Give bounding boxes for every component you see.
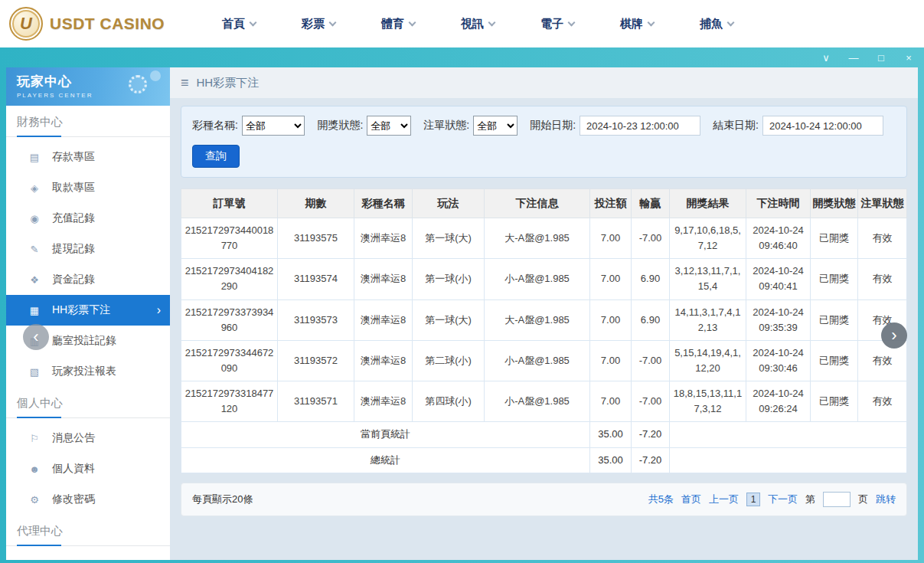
sidebar-item-deposit[interactable]: ▤ 存款專區 bbox=[6, 142, 170, 172]
cell-result: 3,12,13,11,7,1,15,4 bbox=[670, 259, 746, 300]
main-menu: 首頁 彩票 體育 視訊 電子 棋牌 捕魚 bbox=[199, 9, 756, 39]
sidebar-item-label: 取款專區 bbox=[52, 181, 95, 195]
col-bet-time: 下注時間 bbox=[746, 189, 811, 218]
window-maximize-icon[interactable]: □ bbox=[875, 53, 887, 63]
next-page-link[interactable]: 下一页 bbox=[768, 493, 798, 506]
bell-icon: ⚐ bbox=[28, 433, 41, 444]
sidebar-item-label: 消息公告 bbox=[52, 431, 95, 445]
top-navigation: U USDT CASINO 首頁 彩票 體育 視訊 電子 棋牌 捕魚 bbox=[0, 0, 924, 47]
col-win-loss: 輸贏 bbox=[632, 189, 670, 218]
cell-lottery: 澳洲幸运8 bbox=[354, 381, 413, 422]
col-bet-info: 下注信息 bbox=[485, 189, 590, 218]
cell-win-loss: -7.00 bbox=[632, 218, 670, 259]
sidebar-item-change-password[interactable]: ⚙ 修改密碼 bbox=[6, 484, 170, 515]
main-panel: ≡ HH彩票下注 彩種名稱: 全部 開獎狀態: 全部 注單狀態: bbox=[170, 67, 918, 560]
nav-item-lottery[interactable]: 彩票 bbox=[279, 9, 358, 39]
cell-bet-info: 小-A盤@1.985 bbox=[485, 259, 590, 300]
window-minimize-icon[interactable]: — bbox=[847, 53, 860, 63]
cell-amount: 7.00 bbox=[590, 340, 632, 381]
sidebar-item-label: HH彩票下注 bbox=[52, 303, 110, 317]
start-date-input[interactable] bbox=[580, 116, 700, 136]
sidebar-item-label: 廳室投註記錄 bbox=[52, 334, 116, 348]
nav-label: 棋牌 bbox=[620, 17, 643, 31]
nav-item-home[interactable]: 首頁 bbox=[199, 9, 279, 39]
sidebar: 玩家中心 PLAYERS CENTER 財務中心 ▤ 存款專區 ◈ 取款專區 ◉… bbox=[6, 67, 170, 560]
cell-win-loss: -7.00 bbox=[632, 340, 670, 381]
table-header-row: 訂單號 期數 彩種名稱 玩法 下注信息 投注額 輸贏 開獎結果 下注時間 開獎狀… bbox=[181, 189, 907, 218]
cell-bet-info: 大-A盤@1.985 bbox=[485, 300, 590, 340]
sidebar-item-recharge-record[interactable]: ◉ 充值記錄 bbox=[6, 203, 170, 234]
cell-play: 第一球(小) bbox=[413, 259, 485, 300]
window-close-icon[interactable]: × bbox=[903, 53, 915, 63]
lottery-name-select[interactable]: 全部 bbox=[242, 116, 305, 136]
first-page-link[interactable]: 首页 bbox=[681, 493, 701, 506]
cell-bet-info: 小-A盤@1.985 bbox=[485, 340, 590, 381]
page-size-text: 每頁顯示20條 bbox=[192, 493, 253, 506]
order-status-select[interactable]: 全部 bbox=[473, 116, 518, 136]
draw-status-label: 開獎狀態: bbox=[317, 119, 363, 133]
logo-text: USDT CASINO bbox=[50, 15, 165, 33]
sidebar-header: 玩家中心 PLAYERS CENTER bbox=[6, 67, 170, 106]
sidebar-item-funds-record[interactable]: ❖ 資金記錄 bbox=[6, 264, 170, 295]
search-button[interactable]: 查詢 bbox=[192, 145, 240, 168]
cell-result: 14,11,3,1,7,4,12,13 bbox=[670, 300, 746, 340]
sidebar-item-player-bet-report[interactable]: ▧ 玩家投注報表 bbox=[6, 356, 170, 387]
summary-empty bbox=[670, 422, 907, 447]
sidebar-item-withdraw[interactable]: ◈ 取款專區 bbox=[6, 172, 170, 203]
cell-order-no: 2152172973440018770 bbox=[181, 218, 278, 259]
prev-page-link[interactable]: 上一页 bbox=[709, 493, 739, 506]
players-center-subtitle: PLAYERS CENTER bbox=[17, 92, 170, 99]
sidebar-item-announcements[interactable]: ⚐ 消息公告 bbox=[6, 423, 170, 453]
scroll-right-arrow-icon[interactable]: › bbox=[881, 322, 907, 349]
nav-item-slots[interactable]: 電子 bbox=[518, 9, 597, 39]
cell-amount: 7.00 bbox=[590, 300, 632, 340]
summary-win-loss: -7.20 bbox=[632, 447, 670, 473]
cell-result: 5,15,14,19,4,1,12,20 bbox=[670, 340, 746, 381]
cell-period: 31193571 bbox=[278, 381, 354, 422]
nav-item-sports[interactable]: 體育 bbox=[358, 9, 438, 39]
pagination-bar: 每頁顯示20條 共5条 首页 上一页 1 下一页 第 页 跳转 bbox=[181, 483, 907, 516]
menu-icon[interactable]: ≡ bbox=[181, 75, 189, 91]
lottery-bets-icon: ▦ bbox=[28, 305, 41, 316]
cell-period: 31193572 bbox=[278, 340, 354, 381]
col-bet-amount: 投注額 bbox=[590, 189, 632, 218]
cell-period: 31193575 bbox=[278, 218, 354, 259]
usdt-casino-logo[interactable]: U USDT CASINO bbox=[9, 7, 176, 41]
cell-order-status: 有效 bbox=[858, 218, 907, 259]
page-title: HH彩票下注 bbox=[197, 76, 260, 90]
window-collapse-icon[interactable]: ∨ bbox=[820, 53, 832, 63]
nav-item-live[interactable]: 視訊 bbox=[438, 9, 518, 39]
end-date-input[interactable] bbox=[762, 116, 883, 136]
cell-order-no: 2152172973318477120 bbox=[181, 381, 278, 422]
cell-order-no: 2152172973373934960 bbox=[181, 300, 278, 340]
table-row: 2152172973318477120 31193571 澳洲幸运8 第四球(小… bbox=[181, 381, 907, 422]
col-lottery-name: 彩種名稱 bbox=[354, 189, 413, 218]
nav-label: 首頁 bbox=[222, 17, 245, 31]
jump-button[interactable]: 跳转 bbox=[876, 493, 896, 506]
nav-item-fishing[interactable]: 捕魚 bbox=[677, 9, 756, 39]
cell-amount: 7.00 bbox=[590, 381, 632, 422]
start-date-label: 開始日期: bbox=[530, 119, 576, 133]
section-finance-center: 財務中心 bbox=[6, 106, 170, 137]
cell-order-no: 2152172973404182290 bbox=[181, 259, 278, 300]
sidebar-item-profile[interactable]: ☻ 個人資料 bbox=[6, 453, 170, 484]
sidebar-item-withdrawal-record[interactable]: ✎ 提現記錄 bbox=[6, 234, 170, 264]
cell-draw-status: 已開獎 bbox=[811, 300, 858, 340]
col-draw-result: 開獎結果 bbox=[670, 189, 746, 218]
draw-status-select[interactable]: 全部 bbox=[367, 116, 411, 136]
cell-lottery: 澳洲幸运8 bbox=[354, 259, 413, 300]
chevron-down-icon bbox=[727, 18, 735, 26]
col-draw-status: 開獎狀態 bbox=[811, 189, 858, 218]
col-order-no: 訂單號 bbox=[181, 189, 278, 218]
chevron-right-icon: › bbox=[157, 303, 161, 317]
table-row: 2152172973404182290 31193574 澳洲幸运8 第一球(小… bbox=[181, 259, 907, 300]
sidebar-item-label: 玩家投注報表 bbox=[52, 365, 116, 378]
cell-amount: 7.00 bbox=[590, 259, 632, 300]
current-page-badge[interactable]: 1 bbox=[746, 493, 760, 506]
nav-item-cards[interactable]: 棋牌 bbox=[597, 9, 677, 39]
total-summary-row: 總統計 35.00 -7.20 bbox=[181, 447, 907, 473]
scroll-left-arrow-icon[interactable]: ‹ bbox=[23, 324, 49, 350]
sidebar-item-hh-lottery-bets[interactable]: ▦ HH彩票下注 › bbox=[6, 295, 170, 326]
summary-label: 總統計 bbox=[181, 447, 590, 473]
jump-page-input[interactable] bbox=[823, 492, 851, 507]
